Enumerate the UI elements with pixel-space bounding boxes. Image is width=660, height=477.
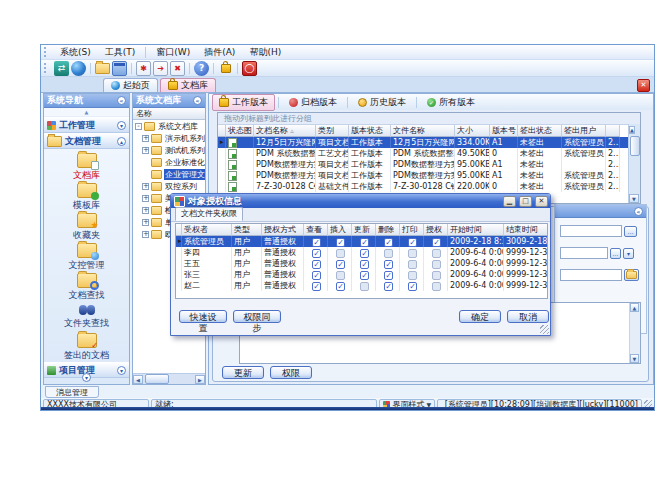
scroll-down-icon[interactable]: ▼ <box>629 194 639 203</box>
checkbox-checked[interactable]: ✓ <box>384 238 393 247</box>
maximize-button[interactable]: □ <box>519 196 532 207</box>
tree-node-系统文档库[interactable]: -系统文档库 <box>133 120 205 132</box>
toolbar-grip[interactable] <box>44 63 49 73</box>
property-field-2[interactable] <box>560 247 608 259</box>
chevron-up-icon[interactable]: ▴ <box>117 137 126 146</box>
tab-working-version[interactable]: 工作版本 <box>212 94 275 111</box>
checkbox-checked[interactable]: ✓ <box>336 238 345 247</box>
permission-row-赵二[interactable]: 赵二用户普通授权✓✓✓✓2009-6-4 0:00:009999-12-31 2… <box>176 280 547 291</box>
checkbox-unchecked[interactable] <box>408 271 417 280</box>
checkbox-checked[interactable]: ✓ <box>360 271 369 280</box>
sidebar-item-文件夹查找[interactable]: 文件夹查找 <box>44 302 129 332</box>
property-field-3[interactable] <box>560 269 622 281</box>
column-header-查看[interactable]: 查看 <box>304 224 328 236</box>
checkbox-unchecked[interactable] <box>336 271 345 280</box>
ellipsis-button[interactable]: … <box>610 248 621 259</box>
tab-history-version[interactable]: 历史版本 <box>351 94 413 111</box>
column-header-版本状态[interactable]: 版本状态 <box>349 125 391 137</box>
dropdown-button[interactable]: ▾ <box>623 248 634 259</box>
tree-expander-icon[interactable]: + <box>142 231 149 238</box>
sidebar-item-文控管理[interactable]: 文控管理 <box>44 242 129 272</box>
checkbox-checked[interactable]: ✓ <box>312 238 321 247</box>
column-header-类别[interactable]: 类别 <box>316 125 349 137</box>
table-row[interactable]: PDM 系统数据整理检...工艺文档工作版本PDM 系统数据整理...49.50… <box>218 148 640 159</box>
update-button[interactable]: 更新 <box>222 366 264 379</box>
nav-group-work[interactable]: 工作管理 ▾ <box>44 117 129 133</box>
permission-button[interactable]: 权限 <box>270 366 312 379</box>
column-header-更新[interactable]: 更新 <box>352 224 376 236</box>
property-field-1[interactable] <box>560 225 622 237</box>
tree-expander-icon[interactable]: + <box>142 183 149 190</box>
column-header-状态图[interactable]: 状态图 <box>226 125 254 137</box>
tab-message-management[interactable]: 消息管理 <box>45 386 99 398</box>
column-header-文件名称[interactable]: 文件名称 <box>391 125 455 137</box>
nav-scroll-up[interactable]: ▲ <box>44 108 129 117</box>
permission-sync-button[interactable]: 权限同步 <box>233 310 281 323</box>
tree-node-企业管理文件[interactable]: 企业管理文件 <box>133 168 205 180</box>
checkbox-checked[interactable]: ✓ <box>408 282 417 291</box>
tree-expander-icon[interactable]: + <box>142 147 149 154</box>
tree-expander-icon[interactable]: + <box>142 207 149 214</box>
column-header-版本号[interactable]: 版本号 <box>490 125 518 137</box>
sidebar-item-文档查找[interactable]: 文档查找 <box>44 272 129 302</box>
column-header-签出状态[interactable]: 签出状态 <box>518 125 562 137</box>
tree-expander-icon[interactable]: + <box>142 195 149 202</box>
column-header-删除[interactable]: 删除 <box>376 224 400 236</box>
globe-icon[interactable] <box>71 61 86 76</box>
column-header-文档名称[interactable]: 文档名称 ▵ <box>254 125 316 137</box>
scroll-left-icon[interactable]: ◀ <box>133 375 143 384</box>
permission-row-李四[interactable]: 李四用户普通授权✓✓2009-6-4 0:00:009999-12-31 23:… <box>176 247 547 258</box>
scrollbar-thumb[interactable] <box>145 374 169 384</box>
ok-button[interactable]: 确定 <box>459 310 501 323</box>
permission-row-张三[interactable]: 张三用户普通授权✓✓✓2009-6-4 0:00:009999-12-31 23… <box>176 269 547 280</box>
scrollbar-thumb[interactable] <box>630 136 640 156</box>
quick-setup-button[interactable]: 快速设置 <box>179 310 227 323</box>
dialog-titlebar[interactable]: 对象授权信息 ▁ □ ✕ <box>171 194 550 208</box>
checkbox-checked[interactable]: ✓ <box>408 238 417 247</box>
tree-expander-icon[interactable]: + <box>142 135 149 142</box>
tree-expander-icon[interactable]: + <box>142 219 149 226</box>
checkbox-checked[interactable]: ✓ <box>384 282 393 291</box>
checkbox-checked[interactable]: ✓ <box>312 260 321 269</box>
resize-grip[interactable] <box>540 325 549 334</box>
checkbox-unchecked[interactable] <box>408 260 417 269</box>
close-button[interactable]: ✕ <box>535 196 548 207</box>
menu-help[interactable]: 帮助(H) <box>242 45 288 59</box>
column-header-受权者[interactable]: 受权者 <box>182 224 232 236</box>
pin-panel-icon[interactable]: « <box>193 96 202 105</box>
collapse-panel-icon[interactable]: « <box>117 96 126 105</box>
browse-button[interactable]: … <box>624 226 637 237</box>
checkbox-checked[interactable]: ✓ <box>312 271 321 280</box>
doc-mail-icon[interactable]: ➔ <box>153 61 168 76</box>
tab-all-versions[interactable]: ✓ 所有版本 <box>420 94 482 111</box>
doc-flag-icon[interactable]: ✖ <box>170 61 185 76</box>
lock-icon[interactable] <box>218 61 233 76</box>
scroll-down-icon[interactable]: ▼ <box>630 354 639 363</box>
nav-scroll-down[interactable]: ▾ <box>44 372 129 383</box>
folder-icon[interactable] <box>95 61 110 76</box>
tab-start-page[interactable]: 起始页 <box>103 78 158 92</box>
permission-row-王五[interactable]: 王五用户普通授权✓✓✓✓2009-6-4 0:00:009999-12-31 2… <box>176 258 547 269</box>
checkbox-unchecked[interactable] <box>432 271 441 280</box>
column-header-结束时间[interactable]: 结束时间 <box>504 224 548 236</box>
menu-window[interactable]: 窗口(W) <box>149 45 197 59</box>
collapse-panel-icon[interactable]: « <box>634 207 643 216</box>
checkbox-checked[interactable]: ✓ <box>360 238 369 247</box>
scroll-right-icon[interactable]: ▶ <box>195 375 205 384</box>
checkbox-checked[interactable]: ✓ <box>432 238 441 247</box>
checkbox-checked[interactable]: ✓ <box>336 282 345 291</box>
tree-node-双控系列[interactable]: +双控系列 <box>133 180 205 192</box>
scroll-up-icon[interactable]: ▲ <box>630 303 639 312</box>
help-icon[interactable]: ? <box>194 61 209 76</box>
table-row[interactable]: ▸12月5日万兴隆网行...项目文档工作版本12月5日万兴隆网行...334.0… <box>218 137 640 148</box>
open-folder-button[interactable] <box>624 269 639 281</box>
minimize-button[interactable]: ▁ <box>503 196 516 207</box>
scroll-up-icon[interactable]: ▲ <box>629 126 635 134</box>
sidebar-item-模板库[interactable]: 模板库 <box>44 182 129 212</box>
tree-node-测试机系列[interactable]: +测试机系列 <box>133 144 205 156</box>
checkbox-unchecked[interactable] <box>432 249 441 258</box>
computer-sync-icon[interactable]: ⇄ <box>54 61 69 76</box>
cancel-button[interactable]: 取消 <box>507 310 549 323</box>
checkbox-checked[interactable]: ✓ <box>312 282 321 291</box>
checkbox-unchecked[interactable] <box>432 282 441 291</box>
